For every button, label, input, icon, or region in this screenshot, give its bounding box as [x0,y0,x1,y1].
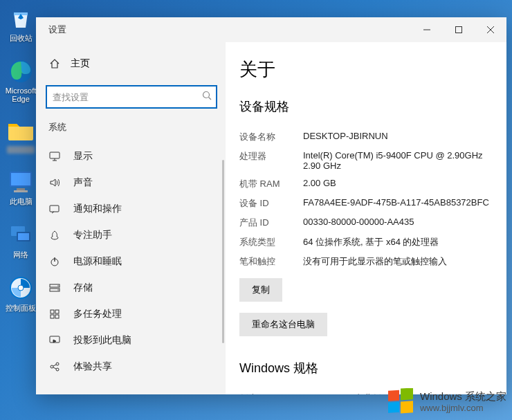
desktop-network[interactable]: 网络 [3,221,39,260]
spec-row-system-type: 系统类型64 位操作系统, 基于 x64 的处理器 [239,232,493,252]
svg-rect-31 [401,401,413,413]
svg-point-10 [18,285,24,291]
windows-logo-icon [387,388,414,416]
desktop-folder-label-blurred [7,146,35,154]
windows-spec-heading: Windows 规格 [239,360,493,376]
spec-row-product-id: 产品 ID00330-80000-00000-AA435 [239,213,493,232]
home-link[interactable]: 主页 [46,52,217,75]
watermark: Windows 系统之家 www.bjjmlv.com [387,388,506,416]
svg-rect-3 [17,188,25,190]
settings-window: 设置 主页 [36,17,506,394]
nav-storage[interactable]: 存储 [46,275,217,301]
network-icon [7,221,35,248]
desktop-this-pc[interactable]: 此电脑 [3,167,39,207]
search-input[interactable] [46,85,217,109]
svg-rect-28 [388,390,399,401]
window-controls [411,17,506,42]
nav-projecting[interactable]: 投影到此电脑 [46,327,217,354]
nav-label: 通知和操作 [73,203,122,215]
content-about: 关于 设备规格 设备名称DESKTOP-JBIRNUN 处理器Intel(R) … [226,42,506,394]
desktop-recycle-bin[interactable]: 回收站 [3,4,39,44]
nav-power-sleep[interactable]: 电源和睡眠 [46,248,217,275]
close-button[interactable] [475,17,506,42]
nav-sound[interactable]: 声音 [46,170,217,196]
svg-rect-21 [55,310,59,313]
home-label: 主页 [71,57,90,70]
this-pc-icon [7,167,35,195]
nav-label: 声音 [73,176,93,189]
nav-display[interactable]: 显示 [46,143,217,170]
watermark-text: Windows 系统之家 www.bjjmlv.com [420,390,506,414]
spec-row-device-id: 设备 IDFA78A4EE-9ADF-475B-A117-45AB85372BF… [239,194,493,213]
desktop-edge[interactable]: Microsoft Edge [3,57,39,103]
page-title: 关于 [239,57,493,82]
nav-label: 专注助手 [73,229,112,241]
nav-list: 显示 声音 通知和操作 专注助手 电源和睡眠 [46,143,217,380]
search-icon [202,91,212,103]
sound-icon [48,178,61,188]
copy-button[interactable]: 复制 [239,278,282,302]
nav-notifications[interactable]: 通知和操作 [46,196,217,222]
svg-rect-13 [50,152,60,158]
spec-row-ram: 机带 RAM2.00 GB [239,174,493,194]
control-panel-icon [7,274,35,302]
multitask-icon [48,309,61,319]
storage-icon [48,284,61,292]
minimize-button[interactable] [411,17,443,42]
spec-row-processor: 处理器Intel(R) Core(TM) i5-9400F CPU @ 2.90… [239,147,493,174]
nav-label: 显示 [73,150,93,163]
nav-label: 投影到此电脑 [73,334,131,347]
svg-point-18 [57,285,58,286]
svg-rect-20 [51,310,54,313]
power-icon [48,257,61,266]
desktop-control-panel[interactable]: 控制面板 [3,274,39,313]
nav-label: 存储 [73,282,93,294]
svg-rect-4 [14,190,28,192]
svg-rect-14 [50,206,59,212]
desktop-folder[interactable] [3,117,39,154]
sidebar: 主页 系统 显示 声音 通知和操作 [36,42,226,394]
folder-icon [7,117,35,145]
nav-label: 电源和睡眠 [73,255,122,268]
shared-icon [48,362,61,372]
svg-rect-11 [456,27,462,33]
svg-point-19 [57,289,58,290]
watermark-url: www.bjjmlv.com [420,403,506,414]
watermark-title: Windows 系统之家 [420,390,506,403]
close-icon [487,26,494,33]
edge-icon [7,57,35,85]
svg-rect-2 [11,173,30,185]
nav-shared-experiences[interactable]: 体验共享 [46,354,217,380]
nav-label: 体验共享 [73,360,112,373]
display-icon [48,152,61,161]
focus-icon [48,230,61,240]
projecting-icon [48,336,61,345]
svg-point-26 [56,363,59,365]
svg-point-27 [56,368,59,371]
desktop-icons: 回收站 Microsoft Edge 此电脑 网络 控制面板 [0,0,42,420]
spec-row-pen-touch: 笔和触控没有可用于此显示器的笔或触控输入 [239,252,493,271]
svg-rect-7 [18,233,29,240]
device-spec-heading: 设备规格 [239,98,493,115]
section-system: 系统 [46,116,217,143]
nav-multitasking[interactable]: 多任务处理 [46,301,217,327]
notifications-icon [48,204,61,214]
home-icon [48,58,61,69]
device-spec-table: 设备名称DESKTOP-JBIRNUN 处理器Intel(R) Core(TM)… [239,127,493,271]
minimize-icon [423,26,430,33]
window-title: 设置 [48,24,411,36]
titlebar[interactable]: 设置 [36,17,506,42]
nav-label: 多任务处理 [73,308,122,320]
svg-rect-23 [55,315,59,318]
svg-rect-22 [51,315,54,318]
svg-rect-30 [388,402,399,413]
scrollbar-thumb[interactable] [222,160,224,343]
recycle-bin-icon [7,4,35,32]
rename-pc-button[interactable]: 重命名这台电脑 [239,313,327,336]
svg-point-12 [203,92,210,98]
svg-rect-29 [401,388,413,401]
maximize-button[interactable] [443,17,475,42]
search-wrap [46,85,217,109]
nav-focus-assist[interactable]: 专注助手 [46,222,217,248]
maximize-icon [455,26,462,33]
